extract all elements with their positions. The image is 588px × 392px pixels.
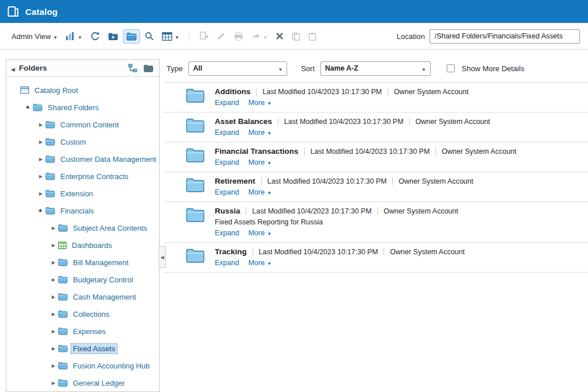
tree-expand-arrow-icon[interactable]	[49, 363, 58, 368]
search-button[interactable]	[141, 29, 157, 44]
tree-expand-arrow-icon[interactable]	[49, 226, 58, 231]
collapse-panel-icon[interactable]	[11, 63, 15, 73]
print-button[interactable]	[230, 29, 247, 44]
tree-item[interactable]: Catalog Root	[6, 81, 159, 99]
edit-button[interactable]	[213, 29, 229, 44]
tree-expand-arrow-icon[interactable]	[49, 277, 58, 282]
view-selector[interactable]: Admin View	[8, 29, 61, 44]
tree-expand-arrow-icon[interactable]	[36, 139, 45, 145]
tree-item[interactable]: General Ledger	[6, 374, 159, 391]
tree-item-label[interactable]: Common Content	[59, 120, 121, 130]
tree-expand-arrow-icon[interactable]	[36, 122, 45, 127]
more-link[interactable]: More	[248, 99, 271, 107]
tree-item-label[interactable]: Collections	[71, 309, 111, 319]
folder-icon[interactable]	[185, 177, 205, 193]
tree-expand-arrow-icon[interactable]	[24, 105, 33, 110]
expand-link[interactable]: Expand	[215, 229, 239, 237]
row-links: Expand More	[215, 259, 465, 267]
copy-shortcut-button[interactable]	[196, 29, 212, 44]
tree-item[interactable]: Extension	[6, 185, 159, 202]
tree-expand-arrow-icon[interactable]	[36, 191, 45, 196]
show-more-details-checkbox[interactable]	[447, 64, 455, 72]
tree-item[interactable]: Common Content	[6, 116, 159, 133]
folder-icon[interactable]	[185, 248, 205, 263]
tree-item-label[interactable]: Fusion Accounting Hub	[71, 361, 152, 371]
tree-item[interactable]: Customer Data Management	[6, 150, 159, 168]
more-link[interactable]: More	[248, 229, 271, 237]
tree-expand-arrow-icon[interactable]	[49, 329, 58, 334]
copy-button[interactable]	[288, 29, 304, 44]
tree-item-label[interactable]: Customer Data Management	[59, 154, 158, 164]
more-link[interactable]: More	[248, 129, 271, 137]
tree-item-label[interactable]: Bill Management	[71, 258, 130, 267]
tree-item-label[interactable]: Budgetary Control	[71, 275, 135, 285]
folder-icon[interactable]	[185, 88, 205, 103]
folder-icon[interactable]	[185, 148, 205, 163]
tree-item-label[interactable]: Shared Folders	[46, 103, 100, 112]
type-select[interactable]: All	[188, 61, 287, 76]
item-name[interactable]: Tracking	[215, 247, 247, 256]
tree-item-label[interactable]: Expenses	[71, 327, 107, 336]
tree-item[interactable]: Fusion Accounting Hub	[6, 357, 159, 374]
location-input[interactable]	[430, 29, 580, 44]
tree-expand-arrow-icon[interactable]	[49, 294, 58, 300]
tree-item-label[interactable]: Cash Management	[71, 292, 138, 302]
tree-expand-arrow-icon[interactable]	[36, 174, 45, 179]
tree-item-label[interactable]: Subject Area Contents	[71, 223, 149, 233]
tree-expand-arrow-icon[interactable]	[49, 312, 58, 317]
refresh-button[interactable]	[87, 29, 103, 44]
tree-item[interactable]: Collections	[6, 305, 159, 323]
item-name[interactable]: Russia	[215, 207, 240, 215]
tree-expand-arrow-icon[interactable]	[36, 157, 45, 162]
folder-icon[interactable]	[185, 118, 205, 133]
tree-item[interactable]: Financials	[6, 202, 159, 219]
tree-item[interactable]: Subject Area Contents	[6, 219, 159, 236]
expand-link[interactable]: Expand	[215, 188, 239, 196]
tree-item-label[interactable]: Catalog Root	[33, 86, 80, 95]
more-link[interactable]: More	[248, 188, 271, 196]
tree-expand-arrow-icon[interactable]	[49, 260, 58, 265]
tree-item[interactable]: Dashboards	[6, 236, 159, 254]
expand-link[interactable]: Expand	[215, 129, 239, 137]
splitter-collapse-handle[interactable]	[158, 246, 166, 268]
expand-link[interactable]: Expand	[215, 259, 239, 267]
tree-expand-arrow-icon[interactable]	[49, 346, 58, 351]
tree-item[interactable]: Fixed Assets	[6, 340, 159, 357]
expand-link[interactable]: Expand	[215, 99, 239, 107]
item-name[interactable]: Asset Balances	[215, 117, 272, 126]
folder-icon[interactable]	[185, 207, 205, 223]
tree-item[interactable]: Shared Folders	[6, 99, 159, 116]
tree-item[interactable]: Custom	[6, 133, 159, 150]
paste-button[interactable]	[305, 29, 320, 44]
more-link[interactable]: More	[248, 259, 271, 267]
chart-type-button[interactable]	[62, 29, 86, 44]
tree-item[interactable]: Cash Management	[6, 288, 159, 305]
expand-link[interactable]: Expand	[215, 158, 239, 166]
tree-expand-arrow-icon[interactable]	[36, 208, 45, 214]
delete-button[interactable]	[272, 29, 287, 43]
export-button[interactable]	[248, 29, 271, 44]
new-folder-icon[interactable]	[142, 63, 154, 73]
table-view-button[interactable]	[158, 29, 183, 44]
item-name[interactable]: Additions	[215, 87, 250, 96]
tree-item-label[interactable]: Dashboards	[70, 240, 114, 250]
tree-item-label[interactable]: Custom	[59, 137, 88, 147]
tree-item[interactable]: Expenses	[6, 323, 159, 340]
open-folder-button[interactable]	[123, 29, 140, 44]
tree-item-label[interactable]: Fixed Assets	[71, 344, 117, 354]
item-name[interactable]: Retirement	[215, 177, 256, 185]
tree-item-label[interactable]: Financials	[59, 206, 96, 216]
archive-folder-button[interactable]	[105, 29, 122, 44]
tree-expand-arrow-icon[interactable]	[49, 381, 58, 386]
tree-item-label[interactable]: Enterprise Contracts	[59, 172, 130, 181]
tree-expand-arrow-icon[interactable]	[49, 243, 58, 248]
tree-item[interactable]: Budgetary Control	[6, 271, 159, 288]
more-link[interactable]: More	[248, 158, 271, 166]
tree-item-label[interactable]: Extension	[59, 189, 95, 199]
tree-item-label[interactable]: General Ledger	[71, 378, 126, 388]
sort-select[interactable]: Name A-Z	[320, 61, 431, 76]
tree-view-icon[interactable]	[127, 63, 138, 73]
tree-item[interactable]: Bill Management	[6, 254, 159, 271]
item-name[interactable]: Financial Transactions	[215, 147, 299, 156]
tree-item[interactable]: Enterprise Contracts	[6, 168, 159, 185]
